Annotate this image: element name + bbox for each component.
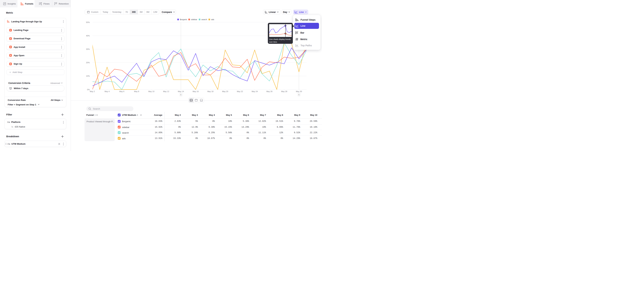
svg-text:May 8: May 8: [134, 90, 139, 92]
svg-text:May 26: May 26: [266, 90, 272, 92]
svg-text:May 2: May 2: [90, 90, 95, 92]
svg-text:May 28: May 28: [281, 90, 287, 92]
svg-text:May 4: May 4: [105, 90, 110, 92]
svg-text:May 6: May 6: [120, 90, 124, 92]
svg-text:May 30: May 30: [296, 90, 302, 92]
svg-text:May 10: May 10: [148, 90, 154, 92]
svg-text:50%: 50%: [86, 21, 90, 23]
svg-text:40%: 40%: [86, 35, 90, 37]
svg-text:10%: 10%: [86, 75, 90, 77]
svg-text:May 16: May 16: [192, 90, 198, 92]
svg-text:May 22: May 22: [237, 90, 243, 92]
svg-text:May 14: May 14: [178, 90, 184, 92]
svg-text:20%: 20%: [86, 62, 90, 64]
svg-text:May 24: May 24: [252, 90, 258, 92]
svg-text:May 18: May 18: [207, 90, 213, 92]
svg-text:0%: 0%: [87, 88, 90, 90]
svg-text:May 20: May 20: [222, 90, 228, 92]
svg-text:May 12: May 12: [163, 90, 169, 92]
svg-text:30%: 30%: [86, 48, 90, 50]
